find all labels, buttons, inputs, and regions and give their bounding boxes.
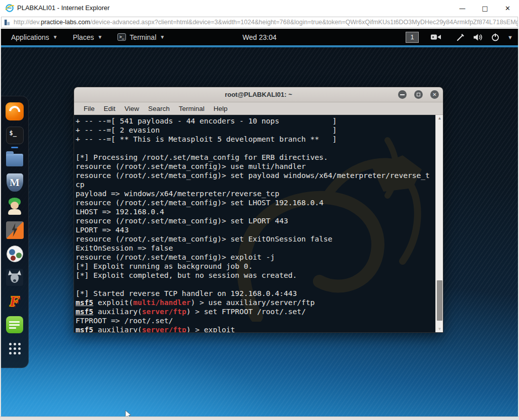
remote-desktop: Applications ▼ Places ▼ >_ Terminal ▼ We… — [1, 29, 518, 416]
workspace-indicator[interactable]: 1 — [406, 32, 419, 43]
menu-help[interactable]: Help — [209, 105, 232, 112]
terminal-icon: $_ — [6, 127, 24, 144]
places-menu-label: Places — [73, 33, 94, 41]
applications-menu-label: Applications — [11, 33, 49, 41]
dock-item-files[interactable] — [5, 149, 24, 168]
gnome-topbar: Applications ▼ Places ▼ >_ Terminal ▼ We… — [1, 29, 518, 45]
minimize-button[interactable]: — — [451, 0, 474, 16]
input-tool-icon[interactable] — [457, 33, 465, 41]
terminal-line: resource (/root/.set/meta_config)> set L… — [76, 198, 443, 207]
url-domain: practice-labs.com — [41, 19, 90, 26]
browser-bottom-edge — [0, 416, 519, 420]
scroll-down-icon[interactable]: ▼ — [436, 326, 443, 332]
terminal-window: root@PLABKALI01: ~ ✕ File Edit View Sear… — [74, 87, 443, 333]
window-title: PLABKALI01 - Internet Explorer — [17, 4, 110, 12]
terminal-line: + -- --=[ ** This is Metasploit 5 develo… — [76, 135, 443, 144]
chevron-down-icon[interactable]: ▼ — [507, 34, 513, 40]
terminal-content[interactable]: + -- --=[ 541 payloads - 44 encoders - 1… — [74, 115, 443, 332]
terminal-line: [*] Exploit completed, but no session wa… — [76, 271, 443, 280]
faraday-icon: F — [10, 293, 20, 309]
terminal-close-button[interactable]: ✕ — [430, 90, 439, 99]
terminal-titlebar[interactable]: root@PLABKALI01: ~ ✕ — [74, 87, 443, 102]
mouse-cursor — [125, 410, 132, 416]
maltego-icon — [7, 246, 23, 262]
address-bar: http://dev.practice-labs.com/device-adva… — [0, 16, 519, 29]
terminal-line: [*] Started reverse TCP handler on 192.1… — [76, 289, 443, 298]
dock-item-faraday[interactable]: F — [5, 291, 24, 311]
terminal-line — [76, 144, 443, 153]
armitage-icon — [6, 197, 24, 215]
dock-item-text-editor[interactable] — [5, 315, 24, 334]
menu-terminal[interactable]: Terminal — [174, 105, 209, 112]
chevron-down-icon: ▼ — [97, 34, 102, 40]
beef-bull-icon — [6, 269, 23, 286]
scroll-up-icon[interactable]: ▲ — [436, 115, 443, 122]
terminal-appmenu-label: Terminal — [129, 33, 156, 41]
browser-titlebar: PLABKALI01 - Internet Explorer — □ ✕ — [0, 0, 519, 16]
chevron-down-icon: ▼ — [53, 34, 58, 40]
running-indicator — [11, 147, 18, 148]
terminal-line: resource (/root/.set/meta_config)> use m… — [76, 162, 443, 171]
volume-icon[interactable] — [473, 33, 483, 41]
terminal-icon: >_ — [117, 33, 126, 41]
dock-item-maltego[interactable] — [5, 244, 24, 263]
folder-icon — [6, 154, 23, 166]
internet-explorer-icon — [5, 4, 14, 13]
dock-item-show-applications[interactable] — [5, 339, 24, 358]
terminal-line: [*] Exploit running as background job 0. — [76, 262, 443, 271]
url-scheme: http://dev. — [14, 19, 41, 26]
dock-item-firefox[interactable] — [5, 102, 24, 121]
burpsuite-icon — [6, 221, 24, 239]
dock-item-metasploit[interactable]: M — [5, 173, 24, 192]
chevron-down-icon: ▼ — [160, 34, 165, 40]
power-icon[interactable] — [491, 33, 499, 41]
applications-menu[interactable]: Applications ▼ — [8, 29, 60, 45]
places-menu[interactable]: Places ▼ — [70, 29, 105, 45]
terminal-line: LHOST => 192.168.0.4 — [76, 207, 443, 216]
menu-view[interactable]: View — [120, 105, 144, 112]
dock-item-armitage[interactable] — [5, 197, 24, 216]
metasploit-icon: M — [7, 173, 23, 192]
url-text: http://dev.practice-labs.com/device-adva… — [14, 19, 518, 26]
terminal-minimize-button[interactable] — [398, 90, 407, 99]
terminal-line: resource (/root/.set/meta_config)> set p… — [76, 171, 443, 180]
terminal-line: msf5 auxiliary(server/ftp) > set FTPROOT… — [76, 307, 443, 316]
terminal-appmenu[interactable]: >_ Terminal ▼ — [114, 29, 168, 45]
dock-item-beef[interactable] — [5, 268, 24, 287]
clock[interactable]: Wed 23:04 — [242, 29, 276, 45]
terminal-line: + -- --=[ 541 payloads - 44 encoders - 1… — [76, 116, 443, 126]
terminal-line: ExitOnSession => false — [76, 244, 443, 253]
maximize-button[interactable]: □ — [474, 0, 496, 16]
practice-labs-favicon-icon — [4, 19, 11, 26]
terminal-line: msf5 exploit(multi/handler) > use auxili… — [76, 298, 443, 307]
terminal-line: cp — [76, 180, 443, 189]
terminal-scrollbar[interactable]: ▲ ▼ — [435, 115, 443, 332]
dock-item-terminal[interactable]: $_ — [5, 126, 24, 145]
terminal-line: resource (/root/.set/meta_config)> set L… — [76, 216, 443, 225]
menu-edit[interactable]: Edit — [99, 105, 120, 112]
menu-search[interactable]: Search — [144, 105, 174, 112]
terminal-line: resource (/root/.set/meta_config)> set E… — [76, 234, 443, 244]
dock-item-burpsuite[interactable] — [5, 220, 24, 239]
wallpaper-top-edge — [1, 45, 518, 47]
close-button[interactable]: ✕ — [496, 0, 519, 16]
terminal-maximize-button[interactable] — [414, 90, 423, 99]
scrollbar-thumb[interactable] — [437, 280, 442, 321]
terminal-line: LPORT => 443 — [76, 225, 443, 234]
terminal-line: resource (/root/.set/meta_config)> explo… — [76, 253, 443, 262]
terminal-window-title: root@PLABKALI01: ~ — [225, 91, 292, 98]
terminal-line: payload => windows/x64/meterpreter/rever… — [76, 189, 443, 198]
menu-file[interactable]: File — [79, 105, 99, 112]
text-editor-icon — [6, 316, 23, 333]
show-applications-icon — [9, 343, 21, 354]
terminal-line: [*] Processing /root/.set/meta_config fo… — [76, 153, 443, 162]
url-path: /device-advanced.aspx?client=html&device… — [90, 19, 518, 26]
url-input[interactable]: http://dev.practice-labs.com/device-adva… — [1, 17, 518, 28]
dock: $_ M F — [1, 96, 29, 368]
terminal-menubar: File Edit View Search Terminal Help — [74, 102, 443, 115]
terminal-line: msf5 auxiliary(server/ftp) > exploit — [76, 325, 443, 332]
terminal-line — [76, 280, 443, 289]
terminal-output: + -- --=[ 541 payloads - 44 encoders - 1… — [74, 115, 443, 332]
terminal-line: + -- --=[ 2 evasion ] — [76, 126, 443, 135]
screen-share-icon[interactable] — [431, 33, 441, 41]
